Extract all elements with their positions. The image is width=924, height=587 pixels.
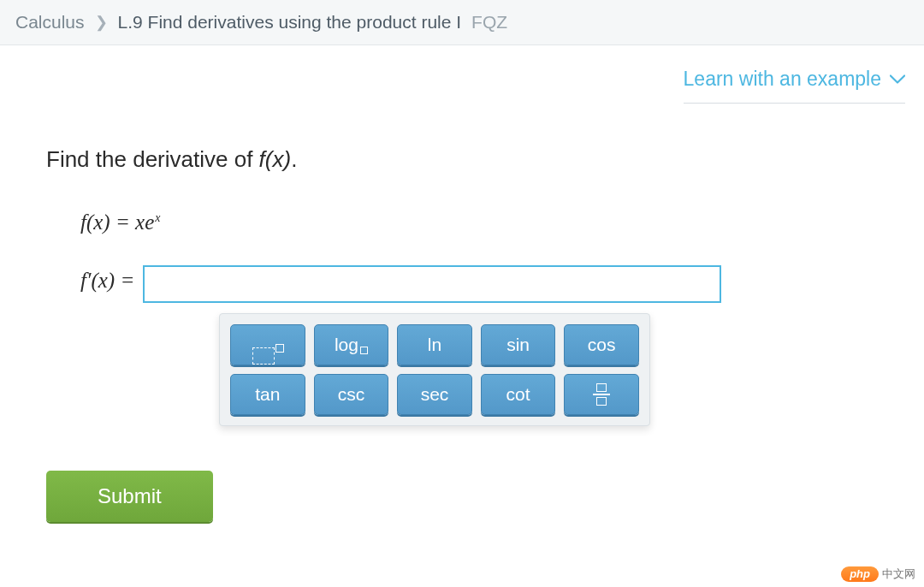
key-tan[interactable]: tan <box>230 374 305 415</box>
exponent-sup-icon <box>275 344 284 353</box>
key-csc[interactable]: csc <box>314 374 389 415</box>
fraction-bar-icon <box>593 394 610 395</box>
php-logo: php <box>841 566 879 582</box>
key-sec[interactable]: sec <box>397 374 472 415</box>
breadcrumb-subject[interactable]: Calculus <box>15 12 85 33</box>
prompt-suffix: . <box>291 146 297 172</box>
math-palette: log ln sin cos tan csc sec cot <box>219 313 650 426</box>
key-ln[interactable]: ln <box>397 324 472 365</box>
breadcrumb-code: FQZ <box>471 12 507 33</box>
chevron-down-icon <box>890 74 905 85</box>
question-prompt: Find the derivative of f(x). <box>46 146 878 173</box>
answer-label: f′(x) = <box>80 265 134 293</box>
chevron-right-icon: ❯ <box>95 13 108 32</box>
prompt-prefix: Find the derivative of <box>46 146 259 172</box>
key-cos[interactable]: cos <box>564 324 639 365</box>
exponent-base-icon <box>252 347 275 365</box>
key-fraction[interactable] <box>564 374 639 415</box>
prompt-fx: f(x) <box>259 146 292 172</box>
key-cot[interactable]: cot <box>481 374 556 415</box>
key-log[interactable]: log <box>314 324 389 365</box>
fraction-denominator-icon <box>596 397 607 406</box>
footer-text: 中文网 <box>882 566 915 582</box>
given-equation-exponent: x <box>155 211 160 224</box>
palette-row-1: log ln sin cos <box>230 324 639 365</box>
learn-with-example-label: Learn with an example <box>684 68 881 91</box>
breadcrumb-skill: L.9 Find derivatives using the product r… <box>118 12 462 33</box>
key-exponent[interactable] <box>230 324 305 365</box>
key-log-label: log <box>335 335 358 355</box>
footer-brand: php 中文网 <box>841 566 915 582</box>
palette-row-2: tan csc sec cot <box>230 374 639 415</box>
learn-with-example-button[interactable]: Learn with an example <box>684 68 905 104</box>
submit-button[interactable]: Submit <box>46 471 213 522</box>
log-subscript-icon <box>360 347 368 354</box>
answer-input[interactable] <box>143 265 721 303</box>
given-equation-base: f(x) = xe <box>80 210 154 234</box>
fraction-numerator-icon <box>596 383 607 392</box>
breadcrumb: Calculus ❯ L.9 Find derivatives using th… <box>0 0 924 45</box>
given-equation: f(x) = xex <box>80 210 878 234</box>
key-sin[interactable]: sin <box>481 324 556 365</box>
